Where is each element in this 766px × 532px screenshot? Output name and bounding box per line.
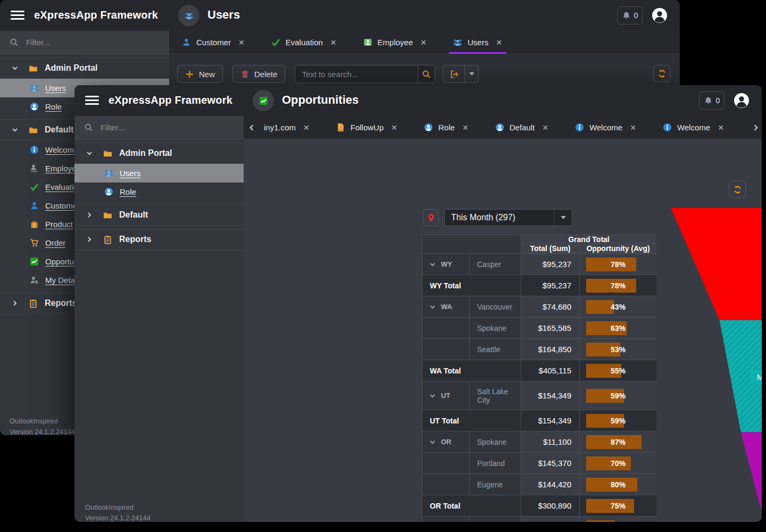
sidebar-item-label: Default [119,210,148,220]
view-icon-circle [253,90,274,111]
opportunity-bar-label: 55% [586,364,650,378]
nav-group-admin-portal[interactable]: Admin Portal [74,143,244,164]
close-icon[interactable]: ✕ [303,123,310,132]
nav-group-admin-portal[interactable]: Admin Portal [0,57,169,79]
state-cell[interactable]: OR [422,431,469,452]
menu-hamburger-icon[interactable] [85,96,99,105]
total-sum-value: $11,100 [521,431,579,452]
delete-button[interactable]: Delete [232,65,285,83]
search-input[interactable] [295,65,418,82]
customer-icon [182,38,191,47]
tab-users[interactable]: Users✕ [447,31,509,54]
opportunity-bar-cell: 78% [579,275,656,296]
opportunities-content: This Month (297) Grand Total Total (Sum)… [413,170,762,522]
notifications-button[interactable]: 0 [617,6,643,24]
funnel-segment-medium[interactable] [720,320,762,433]
tab-evaluation[interactable]: Evaluation✕ [265,31,343,54]
close-icon[interactable]: ✕ [330,38,337,47]
period-dropdown[interactable]: This Month (297) [444,209,572,226]
pivot-group-header[interactable]: Grand Total [521,235,656,244]
tab-customer[interactable]: Customer✕ [176,31,251,54]
total-sum-value: $164,850 [521,338,579,360]
sidebar-item-users[interactable]: Users [74,164,244,182]
tab-welcome[interactable]: Welcome✕ [656,116,730,139]
check-icon [271,38,280,47]
tab-label: Customer [196,38,231,47]
pivot-total-row-ut-total: UT Total $154,349 59% [422,410,655,431]
export-split-button [443,65,479,83]
close-icon[interactable]: ✕ [542,123,548,132]
sidebar-item-role[interactable]: Role [74,182,244,201]
close-icon[interactable]: ✕ [718,123,724,132]
tab-welcome[interactable]: Welcome✕ [569,116,643,139]
avatar[interactable] [652,8,667,23]
nav-group-default[interactable]: Default [74,204,244,226]
chevron-down-icon [12,65,19,71]
tab-role[interactable]: Role✕ [418,116,475,139]
state-cell[interactable]: UT [422,381,469,410]
total-sum-value: $144,420 [521,473,579,495]
pivot-row--eugene: Eugene $144,420 80% [422,473,655,495]
sidebar-item-label: Order [45,238,65,247]
total-sum-value: $165,585 [521,317,579,338]
sidebar-item-label: Role [45,102,62,111]
tab-followup[interactable]: FollowUp✕ [330,116,404,139]
location-filter-button[interactable] [423,209,439,226]
tab-iny1-com[interactable]: iny1.com✕ [257,116,316,139]
tabs-scroll-left[interactable] [246,116,257,139]
close-icon[interactable]: ✕ [496,38,502,47]
total-sum-value: $232,487 [521,516,579,522]
close-icon[interactable]: ✕ [420,38,427,47]
product-icon [30,220,39,229]
state-cell [422,317,469,338]
new-button[interactable]: New [177,65,223,83]
dropdown-arrow[interactable] [554,210,572,226]
chevron-right-icon [752,124,760,131]
tab-employee[interactable]: Employee✕ [357,31,433,54]
funnel-segment-low[interactable] [741,432,762,522]
search-box [295,65,435,83]
location-pin-icon [427,213,436,222]
search-button[interactable] [418,65,435,82]
close-icon[interactable]: ✕ [462,123,469,132]
export-dropdown-arrow[interactable] [464,65,478,82]
notifications-button[interactable]: 0 [699,92,725,110]
opportunity-bar-cell: 70% [579,452,656,473]
users-icon [453,38,462,47]
pivot-corner-cell [422,244,521,253]
close-icon[interactable]: ✕ [630,123,636,132]
tab-label: Welcome [677,123,710,132]
state-cell[interactable]: NV [422,516,469,522]
filter-input[interactable] [101,123,234,132]
menu-hamburger-icon[interactable] [11,11,24,20]
state-cell [422,473,469,495]
pivot-column-header[interactable]: Total (Sum) [521,244,579,253]
state-cell[interactable]: WA [422,296,469,317]
my-details-icon [30,276,39,285]
app-title: eXpressApp Framework [109,94,232,106]
refresh-button[interactable] [653,65,670,82]
funnel-segment-high[interactable] [671,208,762,320]
filter-input[interactable] [26,38,160,47]
pivot-corner-cell [422,235,521,244]
tab-label: Role [438,123,455,132]
pivot-row-wy-casper: WY Casper $95,237 78% [422,253,655,275]
state-cell[interactable]: WY [422,253,469,275]
avatar[interactable] [734,93,749,108]
tabs-scroll-right[interactable] [750,116,762,139]
footer-line: OutlookInspired [85,502,230,513]
pivot-column-header[interactable]: Opportunity (Avg) [579,244,656,253]
front-main: iny1.com✕FollowUp✕Role✕Default✕Welcome✕W… [244,116,762,522]
total-row-label: OR Total [422,495,521,516]
tab-default[interactable]: Default✕ [489,116,555,139]
opportunities-window: eXpressApp Framework Opportunities 0 Adm… [74,85,762,522]
refresh-button[interactable] [729,181,746,198]
back-tabstrip: Customer✕Evaluation✕Employee✕Users✕ [169,31,680,54]
tab-label: iny1.com [264,123,296,132]
notification-count: 0 [716,96,720,105]
opportunity-bar-label: 78% [586,257,650,271]
close-icon[interactable]: ✕ [391,123,397,132]
close-icon[interactable]: ✕ [238,38,245,47]
nav-group-reports[interactable]: Reports [74,229,244,250]
export-button[interactable] [443,65,464,82]
